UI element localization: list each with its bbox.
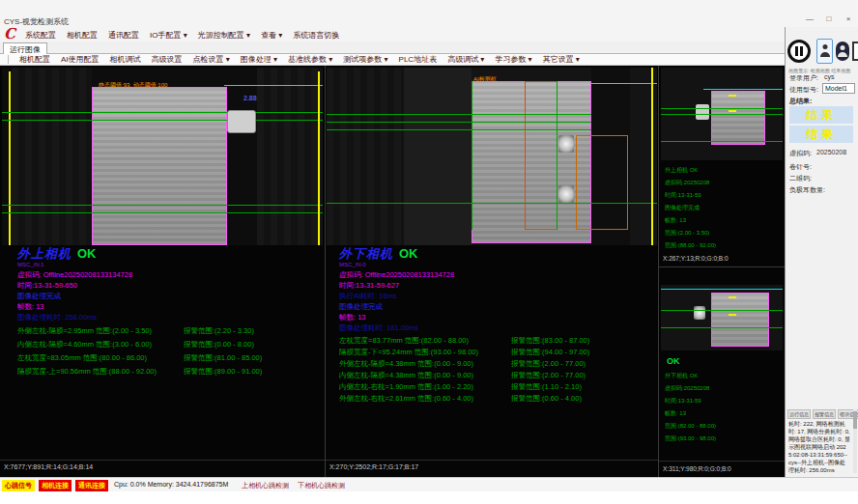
toolbar-plc-table[interactable]: PLC地址表 <box>399 54 438 65</box>
exit-button[interactable] <box>852 42 858 61</box>
measurement-row: 隔膜宽度-上=90.56mm 范围:(88.00 - 92.00)报警范围:(8… <box>17 367 342 377</box>
battery-region <box>711 91 765 145</box>
total-result-label: 总结果: <box>789 97 812 106</box>
toolbar-camera-debug[interactable]: 相机调试 <box>110 54 141 65</box>
result-row: 帧数: 13 <box>665 216 686 225</box>
camera-view-small-bottom: OK 外下相机 OK 虚拟码:20250208 时间:13-31-59 帧数: … <box>659 267 785 477</box>
marker-tick <box>729 314 736 316</box>
toolbar-image-processing[interactable]: 图像处理 ▾ <box>241 54 277 65</box>
menu-item-light-config[interactable]: 光源控制配置 ▾ <box>198 30 250 41</box>
weld-spot <box>558 135 574 153</box>
pixel-coords-middle: X:270;Y:2502;R:17;G:17;B:17 <box>329 463 418 470</box>
toolbar-ai-config[interactable]: AI使用配置 <box>61 54 100 65</box>
login-user-button[interactable] <box>816 39 833 64</box>
result-row: 时间:13-31-59 <box>665 191 701 200</box>
measurement-row: 内侧左枕-隔膜=4.60mm 范围:(3.00 - 6.00)报警范围:(0.0… <box>17 340 342 350</box>
battery-region <box>92 87 227 245</box>
measure-line-green-v <box>557 81 558 230</box>
log-tab-alarm[interactable]: 报警信息 <box>813 409 836 419</box>
result-box-2: 结果 <box>789 126 853 143</box>
menu-item-system-config[interactable]: 系统配置 <box>25 30 56 41</box>
connector-part <box>227 110 256 133</box>
ai-detect-box <box>525 81 558 230</box>
toolbar-advanced-debug[interactable]: 高级调试 ▾ <box>447 54 484 65</box>
result-row: 帧数: 13 <box>665 409 686 418</box>
measure-line-green <box>661 327 783 328</box>
measure-line-green <box>661 310 783 311</box>
measure-line-green <box>2 205 323 206</box>
measure-line-green <box>661 108 783 109</box>
virtual-code-line: 虚拟码: Offline20250208133134728 <box>17 270 132 280</box>
log-scrollbar[interactable] <box>853 409 857 473</box>
result-row: 虚拟码:20250208 <box>665 179 709 187</box>
result-row: 范围:(2.00 - 3.50) <box>665 229 709 238</box>
toolbar-other-settings[interactable]: 其它设置 ▾ <box>543 54 580 65</box>
maximize-button[interactable]: □ <box>823 14 835 23</box>
camera-image-small-top[interactable] <box>661 68 783 160</box>
app-logo-icon: C <box>4 25 15 42</box>
main-area: 静态阈值:93, 动态阈值:100 2.88 外上相机OK MSC_IN:1 虚… <box>0 66 785 477</box>
roll-needle-label: 卷针号: <box>789 162 812 172</box>
result-box-1: 结果 <box>789 106 853 124</box>
toolbar-learning-params[interactable]: 学习参数 ▾ <box>495 54 531 65</box>
neg-tab-count-label: 负极耳数量: <box>789 185 825 195</box>
pixel-coords-left: X:7677;Y:891;R:14;G:14;B:14 <box>4 463 93 470</box>
toolbar-spot-check[interactable]: 点检设置 ▾ <box>193 54 230 65</box>
measurement-row: 左枕宽度=83.77mm 范围:(82.00 - 88.00)报警范围:(83.… <box>339 336 672 346</box>
camera-image-left[interactable]: 静态阈值:93, 动态阈值:100 2.88 <box>2 68 323 245</box>
tabstrip: 运行图像 <box>0 42 858 54</box>
toolbar-camera-config[interactable]: 相机配置 <box>19 54 50 65</box>
measure-line-green <box>2 212 323 213</box>
measure-line-green <box>327 129 591 130</box>
ai-box-label: AI检测框 <box>473 75 497 84</box>
result-row: 外下相机 OK <box>665 372 698 380</box>
pause-button[interactable] <box>787 40 811 63</box>
comm-connect-indicator: 通讯连接 <box>75 480 108 491</box>
measure-line-green <box>327 122 591 123</box>
time-line: 时间:13-31-59-627 <box>339 281 399 291</box>
menu-item-language[interactable]: 系统语言切换 <box>293 30 339 41</box>
log-scrollbar-thumb[interactable] <box>853 411 857 429</box>
result-row: 虚拟码:20250208 <box>665 384 709 393</box>
reference-line-cyan <box>591 83 657 84</box>
operator-button[interactable] <box>836 42 849 61</box>
edge-guide-line-right <box>318 71 320 245</box>
measure-line-green <box>2 112 323 113</box>
measurement-row: 内侧左枕-隔膜=4.38mm 范围:(0.00 - 9.00)报警范围:(2.0… <box>339 371 672 380</box>
measure-line-green <box>2 120 323 121</box>
log-text: 耗时: 222, 网络检测耗时: 17, 网络分类耗时: 0, 网络提取合区耗时… <box>788 420 850 474</box>
measurement-row: 内侧左枕-右枕=1.90mm 范围:(1.00 - 2.20)报警范围:(1.1… <box>339 382 672 392</box>
measure-line-green <box>327 203 657 204</box>
toolbar-baseline-params[interactable]: 基准线参数 ▾ <box>288 54 332 65</box>
camera-title: 外上相机OK <box>17 245 97 263</box>
person-icon <box>838 45 847 57</box>
menu-item-comm-config[interactable]: 通讯配置 <box>108 30 139 41</box>
close-button[interactable]: × <box>843 14 854 23</box>
camera-image-middle[interactable]: AI检测框 <box>327 68 657 245</box>
camera-connect-indicator: 相机连接 <box>39 480 72 491</box>
trigger-subtitle: MSC_IN:1 <box>17 262 44 267</box>
measurement-row: 外侧左枕-右枕=2.61mm 范围:(0.60 - 4.00)报警范围:(0.6… <box>339 394 672 404</box>
frame-count-line: 帧数: 13 <box>339 313 366 322</box>
menu-item-view[interactable]: 查看 ▾ <box>261 30 282 41</box>
toolbar-advanced-settings[interactable]: 高级设置 <box>152 54 183 65</box>
divider <box>659 461 785 462</box>
measure-value-label: 2.88 <box>243 95 257 101</box>
edge-guide-line-left <box>9 71 11 245</box>
measurement-row: 左枕宽度=83.05mm 范围:(80.00 - 86.00)报警范围:(81.… <box>17 353 342 363</box>
camera-image-small-bottom[interactable] <box>661 285 783 350</box>
virtual-code-line: 虚拟码: Offline20250208133134728 <box>339 270 454 280</box>
result-row: 范围:(93.00 - 98.00) <box>665 434 716 443</box>
menu-item-camera-config[interactable]: 相机配置 <box>67 30 98 41</box>
time-line: 时间:13-31-59-650 <box>17 281 77 291</box>
scene-background-right <box>257 68 323 245</box>
pixel-coords-small-bottom: X:311;Y:980;R:0;G:0;B:0 <box>663 465 731 472</box>
log-tab-run[interactable]: 运行信息 <box>787 409 811 419</box>
measure-line-green <box>661 114 783 115</box>
toolbar-test-params[interactable]: 测试项参数 ▾ <box>343 54 387 65</box>
minimize-button[interactable]: — <box>804 14 815 23</box>
menu-item-io-config[interactable]: IO手配置 ▾ <box>150 30 187 41</box>
model-input[interactable]: Model1 <box>822 83 855 94</box>
status-ok: OK <box>77 246 97 261</box>
down-camera-heartbeat: 下相机心跳检测 <box>298 481 345 490</box>
